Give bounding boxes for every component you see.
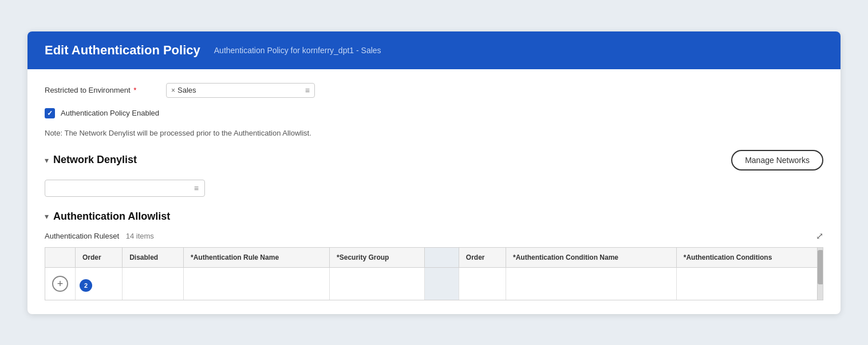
cond-order-cell bbox=[459, 267, 506, 300]
edit-auth-policy-card: Edit Authentication Policy Authenticatio… bbox=[27, 31, 841, 314]
denylist-text-input[interactable] bbox=[51, 184, 194, 192]
auth-enabled-label: Authentication Policy Enabled bbox=[61, 109, 159, 117]
col-rule-name: *Authentication Rule Name bbox=[184, 248, 330, 268]
disabled-cell bbox=[123, 267, 184, 300]
denylist-chevron-icon[interactable]: ▾ bbox=[45, 156, 49, 165]
col-disabled: Disabled bbox=[123, 248, 184, 268]
add-row-button[interactable]: + bbox=[52, 276, 68, 292]
auth-enabled-row: Authentication Policy Enabled bbox=[45, 108, 823, 118]
scrollbar-track[interactable] bbox=[817, 248, 823, 300]
tag-close-icon[interactable]: × bbox=[171, 87, 175, 94]
sales-tag: × Sales bbox=[171, 86, 196, 94]
manage-networks-button[interactable]: Manage Networks bbox=[731, 150, 823, 170]
table-section-header: Authentication Ruleset 14 items ⤢ bbox=[45, 231, 823, 241]
page-title: Edit Authentication Policy bbox=[45, 43, 200, 58]
denylist-input-field[interactable]: ≡ bbox=[45, 180, 205, 197]
denylist-list-icon[interactable]: ≡ bbox=[194, 184, 199, 193]
rule-name-cell bbox=[184, 267, 330, 300]
table-header-row: Order Disabled *Authentication Rule Name… bbox=[45, 248, 823, 268]
page-header: Edit Authentication Policy Authenticatio… bbox=[27, 31, 841, 69]
col-spacer bbox=[424, 248, 459, 268]
conditions-cell bbox=[676, 267, 822, 300]
denylist-section-header: ▾ Network Denylist Manage Networks bbox=[45, 150, 823, 170]
allowlist-section-header: ▾ Authentication Allowlist bbox=[45, 211, 823, 223]
list-lines-icon[interactable]: ≡ bbox=[305, 86, 310, 95]
table-row: + bbox=[45, 267, 823, 300]
col-cond-name: *Authentication Condition Name bbox=[506, 248, 676, 268]
restricted-env-label: Restricted to Environment * bbox=[45, 86, 159, 94]
required-indicator: * bbox=[132, 86, 137, 94]
page-subtitle: Authentication Policy for kornferry_dpt1… bbox=[214, 46, 381, 55]
table-scroll-container[interactable]: Order Disabled *Authentication Rule Name… bbox=[45, 248, 823, 300]
denylist-input-row: ≡ bbox=[45, 180, 823, 197]
cond-name-cell bbox=[506, 267, 676, 300]
col-order: Order bbox=[76, 248, 123, 268]
allowlist-title-group: ▾ Authentication Allowlist bbox=[45, 211, 170, 223]
col-cond-order: Order bbox=[459, 248, 506, 268]
col-add bbox=[45, 248, 76, 268]
allowlist-chevron-icon[interactable]: ▾ bbox=[45, 212, 49, 221]
ruleset-table-wrapper: Order Disabled *Authentication Rule Name… bbox=[45, 247, 823, 300]
col-conditions: *Authentication Conditions bbox=[676, 248, 822, 268]
restricted-env-input[interactable]: × Sales ≡ bbox=[166, 83, 315, 98]
restricted-env-row: Restricted to Environment * × Sales ≡ bbox=[45, 83, 823, 98]
tag-label: Sales bbox=[177, 86, 196, 94]
ruleset-table: Order Disabled *Authentication Rule Name… bbox=[45, 248, 823, 300]
security-group-cell bbox=[330, 267, 425, 300]
auth-enabled-checkbox[interactable] bbox=[45, 108, 55, 118]
expand-icon[interactable]: ⤢ bbox=[816, 231, 823, 241]
scrollbar-thumb[interactable] bbox=[818, 250, 823, 284]
col-security-group: *Security Group bbox=[330, 248, 425, 268]
page-body: Restricted to Environment * × Sales ≡ Au… bbox=[27, 69, 841, 314]
spacer-cell bbox=[424, 267, 459, 300]
denylist-section-title: Network Denylist bbox=[53, 154, 137, 166]
note-text: Note: The Network Denylist will be proce… bbox=[45, 129, 823, 137]
step-badge: 2 bbox=[80, 279, 92, 292]
denylist-title-group: ▾ Network Denylist bbox=[45, 154, 137, 166]
add-row-cell: + bbox=[45, 267, 76, 300]
table-label: Authentication Ruleset bbox=[45, 232, 119, 240]
table-count: 14 items bbox=[126, 232, 154, 240]
allowlist-section-title: Authentication Allowlist bbox=[53, 211, 170, 223]
